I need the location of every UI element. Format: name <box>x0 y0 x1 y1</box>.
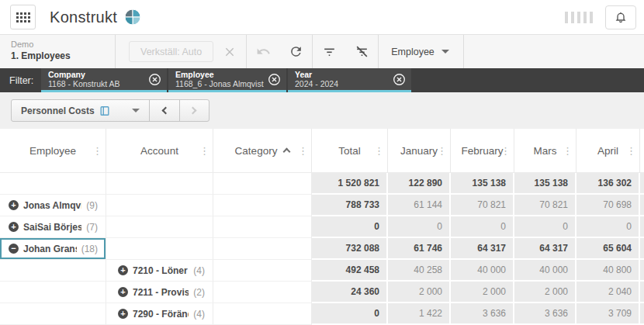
value-cell[interactable]: 3 709 <box>576 303 640 325</box>
column-menu-icon[interactable]: ⋮ <box>374 145 384 157</box>
account-cell[interactable] <box>106 238 213 260</box>
value-cell[interactable]: 61 746 <box>388 238 451 260</box>
filter-chip-year[interactable]: Year 2024 - 2024 <box>288 68 411 92</box>
value-cell[interactable]: 70 821 <box>514 195 576 216</box>
value-cell[interactable]: 70 698 <box>576 195 640 216</box>
value-cell[interactable]: 135 138 <box>451 173 514 195</box>
total-cell[interactable]: 732 088 <box>312 238 388 260</box>
total-cell[interactable]: 0 <box>312 303 388 325</box>
value-cell[interactable]: 64 317 <box>514 238 576 260</box>
value-cell[interactable]: 65 604 <box>576 238 640 260</box>
total-cell[interactable]: 788 733 <box>312 195 388 216</box>
employee-cell[interactable] <box>0 173 106 195</box>
value-cell[interactable]: 0 <box>576 216 640 238</box>
account-name: 7290 - Förändri… <box>133 309 189 320</box>
value-cell[interactable]: 40 000 <box>514 260 576 282</box>
expand-icon[interactable]: + <box>118 309 128 319</box>
value-cell[interactable]: 136 302 <box>576 173 640 195</box>
value-cell[interactable]: 0 <box>514 216 576 238</box>
employee-cell-selected[interactable]: − Johan Granst… (18) <box>0 238 106 260</box>
account-cell[interactable]: + 7210 - Löner till… (4) <box>106 260 213 282</box>
value-cell[interactable]: 0 <box>388 216 451 238</box>
filter-chip-employee[interactable]: Employee 1168_6 - Jonas Almqvist, 1168… <box>168 68 286 92</box>
refresh-icon <box>289 44 303 59</box>
column-menu-icon[interactable]: ⋮ <box>298 145 308 157</box>
dimension-dropdown[interactable]: Employee <box>379 35 463 68</box>
account-cell[interactable] <box>106 195 213 216</box>
remove-filter-icon[interactable] <box>148 73 161 86</box>
column-header-february[interactable]: February ⋮ <box>451 129 514 173</box>
expand-icon[interactable]: + <box>9 222 19 232</box>
value-cell[interactable]: 64 317 <box>451 238 514 260</box>
value-cell[interactable]: 3 636 <box>451 303 514 325</box>
notifications-button[interactable] <box>605 5 636 29</box>
column-menu-icon[interactable]: ⋮ <box>437 145 447 157</box>
clear-button[interactable] <box>213 46 246 58</box>
column-menu-icon[interactable]: ⋮ <box>563 145 573 157</box>
value-cell[interactable]: 2 000 <box>514 282 576 303</box>
chevron-down-icon <box>441 50 449 54</box>
column-header-total[interactable]: Total ⋮ <box>312 129 388 173</box>
employee-cell[interactable]: + SaiSai Börjess… (7) <box>0 216 106 238</box>
value-cell[interactable]: 2 000 <box>388 282 451 303</box>
value-cell[interactable]: 0 <box>451 216 514 238</box>
total-cell[interactable]: 24 360 <box>312 282 388 303</box>
category-cell[interactable] <box>213 238 312 260</box>
column-menu-icon[interactable]: ⋮ <box>92 145 102 157</box>
total-cell[interactable]: 492 458 <box>312 260 388 282</box>
value-cell[interactable]: 40 800 <box>576 260 640 282</box>
filter-off-button[interactable] <box>345 44 378 59</box>
previous-view-button[interactable] <box>150 100 179 121</box>
apply-auto-button[interactable]: Verkställ: Auto <box>129 41 213 62</box>
employee-cell[interactable] <box>0 303 106 325</box>
column-menu-icon[interactable]: ⋮ <box>500 145 511 157</box>
employee-cell[interactable]: + Jonas Almqvist (9) <box>0 195 106 216</box>
value-cell[interactable]: 1 422 <box>388 303 451 325</box>
expand-icon[interactable]: + <box>118 287 128 297</box>
value-cell[interactable]: 3 636 <box>514 303 576 325</box>
value-cell[interactable]: 40 258 <box>388 260 451 282</box>
account-cell[interactable] <box>106 216 213 238</box>
next-view-button[interactable] <box>179 100 209 121</box>
value-cell[interactable]: 135 138 <box>514 173 576 195</box>
account-cell[interactable] <box>106 173 213 195</box>
value-cell[interactable]: 70 821 <box>451 195 514 216</box>
category-cell[interactable] <box>213 195 312 216</box>
category-cell[interactable] <box>213 216 312 238</box>
collapse-icon[interactable]: − <box>9 244 19 254</box>
category-cell[interactable] <box>213 282 312 303</box>
undo-button[interactable] <box>247 44 279 59</box>
remove-filter-icon[interactable] <box>393 73 406 86</box>
value-cell[interactable]: 61 144 <box>388 195 451 216</box>
column-header-mars[interactable]: Mars ⋮ <box>514 129 576 173</box>
total-cell[interactable]: 1 520 821 <box>312 173 388 195</box>
expand-icon[interactable]: + <box>9 200 19 210</box>
view-selector-dropdown[interactable]: Personnel Costs <box>12 100 150 121</box>
refresh-button[interactable] <box>279 44 312 59</box>
category-cell[interactable] <box>213 173 312 195</box>
employee-cell[interactable] <box>0 260 106 282</box>
app-launcher-button[interactable] <box>10 5 36 29</box>
account-cell[interactable]: + 7211 - Provision (2) <box>106 282 213 303</box>
account-cell[interactable]: + 7290 - Förändri… (4) <box>106 303 213 325</box>
category-cell[interactable] <box>213 303 312 325</box>
remove-filter-icon[interactable] <box>268 73 281 86</box>
value-cell[interactable]: 40 000 <box>451 260 514 282</box>
column-header-account[interactable]: Account ⋮ <box>106 129 213 173</box>
value-cell[interactable]: 2 040 <box>576 282 640 303</box>
value-cell[interactable]: 122 890 <box>388 173 451 195</box>
clipped-next-column <box>640 238 644 260</box>
expand-icon[interactable]: + <box>118 265 128 275</box>
total-cell[interactable]: 0 <box>312 216 388 238</box>
filter-chip-company[interactable]: Company 1168 - Konstrukt AB <box>41 68 167 92</box>
column-header-employee[interactable]: Employee ⋮ <box>0 129 106 173</box>
column-menu-icon[interactable]: ⋮ <box>199 145 209 157</box>
column-header-category[interactable]: Category ⋮ <box>213 129 312 173</box>
column-menu-icon[interactable]: ⋮ <box>626 145 636 157</box>
value-cell[interactable]: 2 000 <box>451 282 514 303</box>
employee-cell[interactable] <box>0 282 106 303</box>
column-header-january[interactable]: January ⋮ <box>388 129 451 173</box>
filter-button[interactable] <box>313 44 345 59</box>
category-cell[interactable] <box>213 260 312 282</box>
column-header-april[interactable]: April ⋮ <box>576 129 640 173</box>
